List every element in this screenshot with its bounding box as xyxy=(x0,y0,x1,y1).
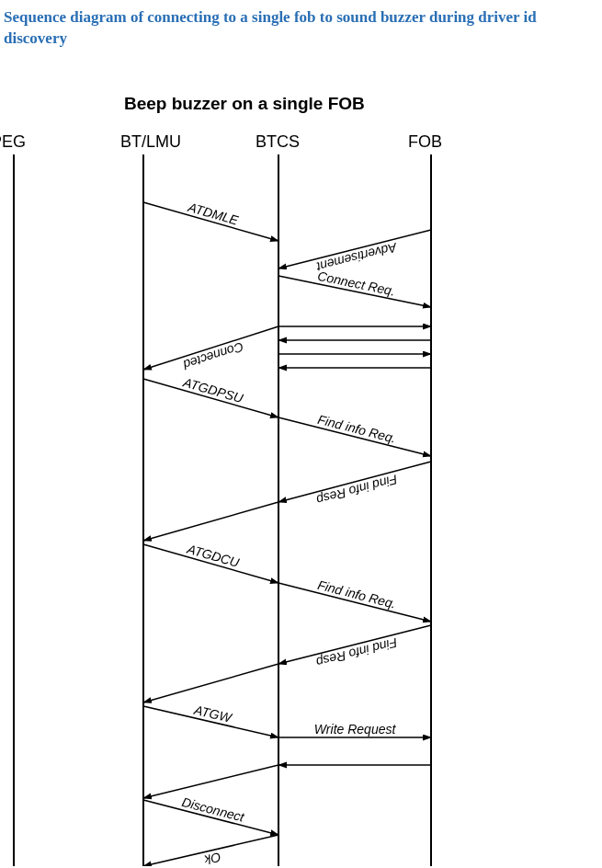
message-label-2: Connect Req. xyxy=(316,268,396,299)
message-label-0: ATDMLE xyxy=(186,200,241,228)
sequence-svg: ATDMLEAdvertisementConnect Req.Connected… xyxy=(0,94,602,866)
message-label-17: Write Request xyxy=(314,722,397,737)
message-label-8: ATGDPSU xyxy=(181,374,245,405)
message-label-10: Find info Resp xyxy=(314,472,399,508)
lane-label-fob: FOB xyxy=(408,132,442,152)
sequence-diagram: Beep buzzer on a single FOB ATDMLEAdvert… xyxy=(0,94,602,866)
message-arrow-19 xyxy=(143,765,278,798)
message-label-14: Find info Resp xyxy=(314,635,399,670)
message-label-13: Find info Req. xyxy=(316,577,397,611)
lane-label-btlmu: BT/LMU xyxy=(120,132,181,152)
page-heading: Sequence diagram of connecting to a sing… xyxy=(0,0,602,50)
message-label-7: Connected xyxy=(180,339,245,372)
lane-label-btcs: BTCS xyxy=(256,132,300,152)
message-arrow-15 xyxy=(143,664,278,702)
message-arrow-11 xyxy=(143,502,278,541)
lane-label-peg: PEG xyxy=(0,132,26,152)
message-label-9: Find info Req. xyxy=(316,412,397,446)
message-label-12: ATGDCU xyxy=(185,541,242,570)
message-label-20: Disconnect xyxy=(180,794,246,825)
